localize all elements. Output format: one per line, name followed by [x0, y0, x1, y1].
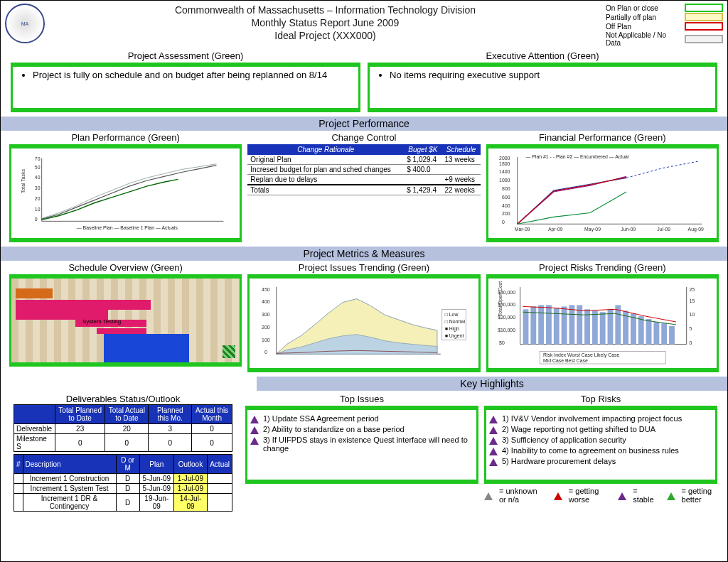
top-issues-title: Top Issues — [245, 394, 478, 404]
svg-text:0: 0 — [35, 217, 38, 222]
status-legend: On Plan or close Partially off plan Off … — [606, 4, 723, 48]
svg-text:200: 200 — [502, 211, 510, 216]
svg-text:■ High: ■ High — [445, 326, 459, 332]
svg-rect-66 — [592, 310, 598, 344]
top-issues-panel: 1) Update SSA Agreement period 2) Abilit… — [245, 406, 478, 484]
executive-attention-panel: No items requiring executive support — [368, 63, 717, 112]
svg-text:— Baseline Plan  — Baseline 1 : — Baseline Plan — Baseline 1 Plan — Actu… — [77, 225, 178, 230]
project-assessment-title: Project Assessment (Green) — [11, 50, 360, 61]
svg-text:2000: 2000 — [499, 156, 510, 161]
svg-text:$10,000: $10,000 — [498, 328, 515, 333]
svg-text:30: 30 — [35, 185, 41, 190]
change-control-table: Change RationaleBuget $KSchedule Origina… — [247, 144, 480, 195]
svg-text:40: 40 — [35, 175, 41, 180]
svg-text:Total Tasks: Total Tasks — [21, 169, 26, 193]
svg-text:$0: $0 — [499, 340, 505, 345]
stable-icon — [489, 437, 498, 445]
svg-text:□ Low: □ Low — [445, 312, 459, 317]
svg-rect-64 — [577, 305, 582, 344]
svg-rect-60 — [546, 305, 552, 344]
svg-text:300: 300 — [262, 312, 270, 317]
svg-text:1400: 1400 — [499, 169, 510, 174]
svg-rect-67 — [599, 312, 605, 344]
top-risks-title: Top Risks — [484, 394, 717, 404]
change-control-title: Change Control — [247, 132, 480, 143]
section-key-highlights: Key Highlights — [257, 377, 727, 391]
stable-icon — [250, 437, 259, 445]
section-project-performance: Project Performance — [1, 117, 727, 131]
state-seal-icon: MA — [5, 4, 45, 43]
svg-text:600: 600 — [502, 195, 510, 200]
svg-text:Mar-09: Mar-09 — [514, 227, 530, 232]
svg-rect-63 — [569, 305, 574, 344]
svg-text:0: 0 — [689, 340, 692, 345]
executive-attention-title: Executive Attention (Green) — [368, 50, 717, 61]
issues-trending-chart: 0100200300400450 □ Low □ Normal ■ High ■… — [247, 274, 480, 372]
svg-text:800: 800 — [502, 186, 510, 191]
project-assessment-panel: Project is fully on schedule and on budg… — [11, 63, 360, 112]
stable-icon — [489, 458, 498, 466]
svg-text:400: 400 — [262, 299, 270, 304]
section-metrics: Project Metrics & Measures — [1, 247, 727, 261]
svg-text:10: 10 — [35, 207, 41, 212]
report-title: Commonwealth of Massachusetts – Informat… — [45, 4, 606, 43]
svg-text:— Plan #1  - - Plan #2  — Encu: — Plan #1 - - Plan #2 — Encumbered — Act… — [525, 154, 628, 159]
triangle-legend: = unknown or n/a = getting worse = stabl… — [484, 487, 717, 504]
svg-text:20: 20 — [35, 196, 41, 201]
svg-text:Apr-09: Apr-09 — [548, 227, 563, 232]
deliverables-detail-table: #DescriptionD or MPlanOutlookActual Incr… — [14, 454, 232, 512]
svg-text:Jul-09: Jul-09 — [657, 227, 670, 232]
svg-text:Jun-09: Jun-09 — [621, 227, 636, 232]
deliverables-summary-table: Total Planned to DateTotal Actual to Dat… — [14, 404, 232, 452]
unknown-icon — [484, 492, 493, 500]
svg-text:1800: 1800 — [499, 161, 510, 166]
svg-text:70: 70 — [35, 156, 41, 161]
svg-rect-75 — [661, 323, 667, 345]
svg-text:400: 400 — [502, 203, 510, 208]
svg-text:0: 0 — [264, 350, 267, 355]
svg-text:100: 100 — [262, 337, 270, 342]
svg-text:200: 200 — [262, 325, 270, 330]
plan-performance-title: Plan Performance (Green) — [9, 132, 242, 143]
svg-text:■ Urgent: ■ Urgent — [445, 333, 464, 339]
svg-text:□ Normal: □ Normal — [445, 319, 466, 324]
plan-performance-chart: 0102030405070 — Baseline Plan — Baseline… — [9, 144, 242, 242]
svg-rect-62 — [561, 306, 567, 344]
stable-icon — [489, 416, 498, 423]
svg-text:25: 25 — [689, 287, 695, 292]
svg-text:450: 450 — [262, 287, 270, 292]
svg-text:Aug-09: Aug-09 — [687, 227, 703, 232]
stable-icon — [250, 416, 259, 423]
top-risks-panel: 1) IV&V Vendor involvement impacting pro… — [484, 406, 717, 484]
svg-text:Total Open Costs: Total Open Costs — [498, 281, 503, 316]
svg-rect-57 — [523, 309, 528, 344]
stable-icon — [618, 492, 626, 500]
stable-icon — [250, 426, 259, 434]
issues-trending-title: Project Issues Trending (Green) — [247, 262, 480, 273]
stable-icon — [489, 448, 498, 455]
deliverables-title: Deliverables Status/Outlook — [14, 394, 232, 404]
svg-rect-59 — [538, 305, 544, 344]
stable-icon — [489, 426, 498, 434]
svg-rect-72 — [638, 316, 643, 344]
financial-performance-title: Financial Performance (Green) — [486, 132, 719, 143]
schedule-overview-title: Schedule Overview (Green) — [9, 262, 242, 273]
svg-rect-68 — [607, 309, 613, 344]
risks-trending-title: Project Risks Trending (Green) — [486, 262, 719, 273]
svg-text:5: 5 — [689, 326, 692, 331]
svg-text:Mid Case   Best Case: Mid Case Best Case — [543, 358, 588, 363]
svg-text:10: 10 — [689, 312, 695, 317]
svg-text:Risk Index   Worst Case   Like: Risk Index Worst Case Likely Case — [543, 352, 619, 358]
schedule-gantt-chart: System Testing — [9, 274, 242, 367]
svg-rect-73 — [646, 319, 651, 344]
risks-trending-chart: $0$10,000$20,000$30,000$40,000 05101525 … — [486, 274, 719, 372]
financial-performance-chart: 02004006008001000140018002000 Mar-09Apr-… — [486, 144, 719, 242]
svg-text:0: 0 — [502, 220, 505, 225]
svg-rect-69 — [615, 305, 621, 344]
svg-text:50: 50 — [35, 165, 41, 170]
svg-rect-76 — [669, 326, 675, 345]
svg-rect-74 — [653, 322, 659, 344]
better-icon — [667, 492, 675, 500]
svg-text:15: 15 — [689, 298, 695, 303]
worse-icon — [554, 492, 562, 500]
